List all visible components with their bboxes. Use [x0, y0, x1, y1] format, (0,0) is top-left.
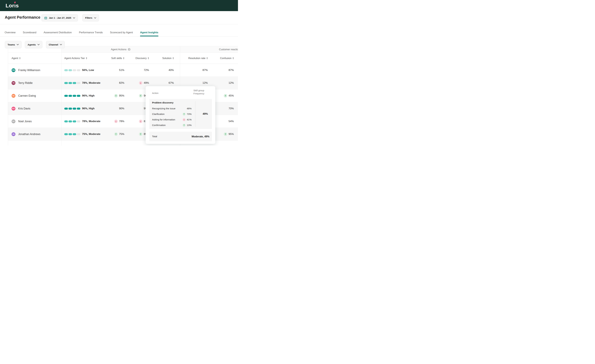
tier-segment — [77, 108, 80, 110]
tier-cell: 56%, Low — [61, 64, 108, 77]
tier-label: 78%, Moderate — [82, 120, 100, 123]
page-title: Agent Performance — [5, 15, 40, 20]
popover-total-label: Total — [152, 135, 157, 138]
tier-cell: 78%, Moderate — [61, 115, 108, 128]
tier-bar — [64, 82, 80, 84]
popover-item-label: Confirmation — [152, 124, 166, 126]
column-header-resolution-rate[interactable]: Resolution rate — [180, 53, 208, 64]
filters-button[interactable]: Filters — [82, 14, 99, 21]
metric-value: 95% — [229, 133, 234, 136]
sort-icon[interactable] — [206, 57, 208, 59]
sort-icon[interactable] — [173, 57, 174, 59]
avatar: KD — [12, 107, 15, 111]
metric-value: 78% — [119, 120, 124, 123]
agent-cell: TR Terry Riddle — [8, 77, 61, 89]
agent-name: Noel Jones — [18, 120, 32, 123]
tier-bar — [64, 120, 80, 122]
sort-icon[interactable] — [123, 57, 124, 59]
tab-scorecard-by-agent[interactable]: Scorecard by Agent — [110, 31, 133, 36]
agent-cell: NJ Noel Jones — [8, 115, 61, 128]
trend-up-icon: ↑ — [224, 94, 227, 98]
trend-down-icon: ↓ — [183, 118, 185, 121]
page-header: Agent Performance Jan 1 - Jan 27, 2025 F… — [0, 11, 238, 24]
trend-down-icon: ↓ — [114, 120, 118, 123]
sort-icon[interactable] — [19, 57, 21, 59]
trend-up-icon: ↑ — [224, 133, 227, 136]
discovery-cell: ↓49% — [124, 77, 149, 89]
soft-skills-cell: 90% — [108, 102, 124, 115]
channel-filter-chip[interactable]: Channel — [46, 41, 65, 49]
sort-icon[interactable] — [86, 57, 87, 59]
trend-up-icon: ↑ — [139, 133, 142, 136]
tier-cell: 96%, High — [61, 89, 108, 102]
tier-segment — [64, 133, 68, 135]
sort-icon[interactable] — [233, 57, 234, 59]
metric-value: 90% — [119, 107, 124, 110]
teams-filter-chip[interactable]: Teams — [5, 41, 21, 49]
popover-skill-panel: Problem discovery Recognizing the issue4… — [149, 99, 212, 129]
column-header-discovery[interactable]: Discovery — [124, 53, 149, 64]
sort-icon[interactable] — [148, 57, 149, 59]
metric-value: 87% — [229, 69, 234, 72]
tab-agent-insights[interactable]: Agent Insights — [140, 31, 158, 36]
chevron-down-icon — [60, 44, 62, 45]
tab-assessment-distribution[interactable]: Assessment Distribution — [44, 31, 72, 36]
column-header-solution[interactable]: Solution — [149, 53, 174, 64]
tier-segment — [73, 69, 76, 71]
tier-segment — [69, 120, 72, 122]
metric-value: 49% — [144, 81, 149, 84]
agents-filter-chip[interactable]: Agents — [25, 41, 42, 49]
date-range-picker[interactable]: Jan 1 - Jan 27, 2025 — [42, 14, 78, 21]
popover-item-label: Recognizing the issue — [152, 107, 176, 110]
date-range-label: Jan 1 - Jan 27, 2025 — [49, 16, 71, 19]
popover-item: Confirmation↑13% — [152, 122, 191, 128]
popover-frequency-header: Skill group Frequency — [193, 89, 211, 95]
agent-cell: FW Franky Williamson — [8, 64, 61, 77]
tier-segment — [69, 82, 72, 84]
agent-cell: KD Kris Davis — [8, 102, 61, 115]
tier-segment — [73, 108, 76, 110]
column-header-agent[interactable]: Agent — [8, 53, 61, 64]
info-icon[interactable]: i — [128, 48, 130, 51]
trend-up-icon: ↑ — [114, 94, 118, 98]
chevron-down-icon — [73, 17, 75, 19]
popover-item: Asking for information↓41% — [152, 117, 191, 122]
tier-segment — [77, 133, 80, 135]
tab-scoreboard[interactable]: Scoreboard — [23, 31, 36, 36]
column-header-soft-skills[interactable]: Soft skills — [108, 53, 124, 64]
tab-performance-trends[interactable]: Performance Trends — [79, 31, 103, 36]
trend-down-icon: ↓ — [139, 81, 142, 85]
tier-segment — [64, 69, 68, 71]
table-row[interactable]: FW Franky Williamson 56%, Low 51% 72% 40… — [8, 64, 238, 77]
skill-group-popover: Action Skill group Frequency Problem dis… — [146, 86, 215, 144]
solution-cell: 40% — [149, 64, 174, 77]
popover-item-label: Asking for information — [152, 118, 175, 121]
popover-item-value: 73% — [187, 113, 191, 115]
popover-item: Recognizing the issue48% — [152, 106, 191, 111]
tab-overview[interactable]: Overview — [5, 31, 16, 36]
metric-value: 40% — [169, 69, 174, 72]
metric-value: 87% — [203, 69, 208, 72]
column-header-confusion[interactable]: Confusion — [208, 53, 234, 64]
avatar: TR — [12, 81, 15, 85]
tier-segment — [77, 69, 80, 71]
tier-bar — [64, 108, 80, 110]
metric-value: 67% — [169, 81, 174, 84]
discovery-cell: 99% — [124, 102, 149, 115]
popover-item-value: 13% — [187, 124, 191, 126]
tier-segment — [64, 82, 68, 84]
tier-segment — [77, 95, 80, 97]
tier-segment — [73, 95, 76, 97]
tier-segment — [69, 69, 72, 71]
resolution-rate-cell: 87% — [180, 64, 208, 77]
loris-logo: Lorıs — [6, 3, 19, 8]
column-header-row: Agent Agent Actions Tier Soft skills Dis… — [8, 53, 238, 64]
popover-item: Clarification↑73% — [152, 111, 191, 117]
chevron-down-icon — [17, 44, 19, 45]
tier-segment — [73, 82, 76, 84]
filters-label: Filters — [85, 16, 92, 19]
avatar: CE — [12, 94, 15, 98]
metric-value: 70% — [229, 107, 234, 110]
soft-skills-cell: ↓78% — [108, 115, 124, 128]
column-header-tier[interactable]: Agent Actions Tier — [61, 53, 108, 64]
